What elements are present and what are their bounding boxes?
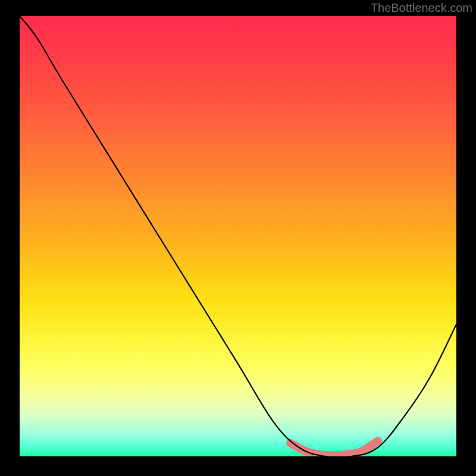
watermark-text: TheBottleneck.com <box>371 1 472 15</box>
chart-frame: TheBottleneck.com <box>0 0 476 476</box>
plot-area <box>20 16 456 456</box>
main-curve <box>20 16 456 456</box>
chart-svg <box>20 16 456 456</box>
optimal-band <box>290 441 378 455</box>
